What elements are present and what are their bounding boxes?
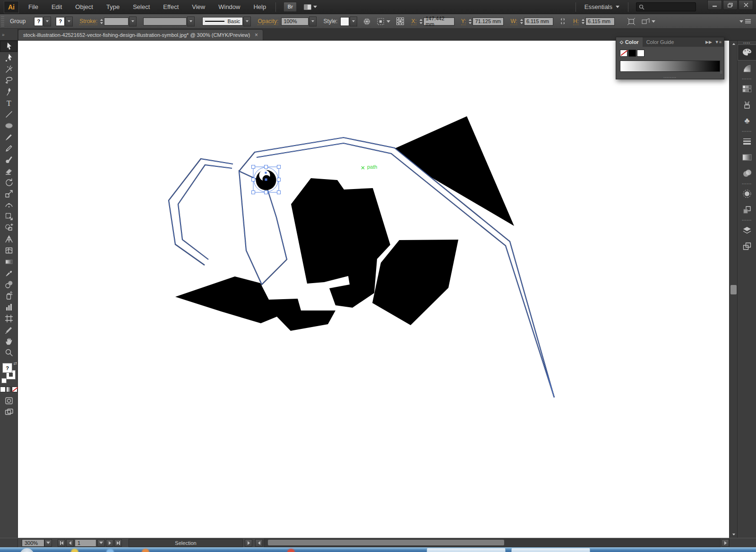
- w-stepper[interactable]: [520, 19, 523, 24]
- previous-page-button[interactable]: [66, 539, 74, 547]
- mesh-tool[interactable]: [0, 245, 17, 256]
- fill-proxy[interactable]: ?: [2, 363, 12, 373]
- status-indicator[interactable]: Selection: [129, 539, 243, 547]
- menu-effect[interactable]: Effect: [156, 0, 185, 14]
- swap-fill-stroke-icon[interactable]: ⇄: [13, 361, 17, 366]
- toolbar-collapse-header[interactable]: »: [0, 29, 18, 40]
- dock-graphic-styles-panel[interactable]: [738, 202, 756, 218]
- perspective-grid-tool[interactable]: [0, 233, 17, 245]
- jaw-band-fill[interactable]: [169, 159, 233, 265]
- gradient-tool[interactable]: [0, 256, 17, 267]
- dorsal-fin-shape[interactable]: [387, 116, 514, 226]
- dock-artboards-panel[interactable]: [738, 238, 756, 254]
- x-field[interactable]: 147.442 mm: [423, 17, 455, 26]
- gradient-fill-button[interactable]: [6, 387, 12, 392]
- graphic-style-dropdown[interactable]: [350, 17, 357, 26]
- artboard-tool[interactable]: [0, 313, 17, 324]
- taskbar-window-button[interactable]: [427, 548, 506, 552]
- white-swatch[interactable]: [637, 50, 644, 57]
- menu-file[interactable]: File: [22, 0, 45, 14]
- pencil-tool[interactable]: [0, 143, 17, 154]
- dock-layers-panel[interactable]: [738, 222, 756, 238]
- blend-tool[interactable]: [0, 279, 17, 290]
- page-number-dropdown[interactable]: [97, 539, 105, 547]
- menu-help[interactable]: Help: [247, 0, 273, 14]
- menu-view[interactable]: View: [185, 0, 212, 14]
- fill-color-dropdown[interactable]: [43, 17, 51, 26]
- search-input[interactable]: [636, 2, 696, 11]
- collapse-panel-icon[interactable]: ▶▶: [705, 40, 712, 44]
- taskbar-app-icon[interactable]: [71, 549, 78, 552]
- dock-color-guide-panel[interactable]: [738, 60, 756, 77]
- start-button[interactable]: [20, 548, 34, 552]
- scroll-left-button[interactable]: [255, 539, 263, 547]
- minimize-button[interactable]: [707, 0, 722, 10]
- select-similar-button[interactable]: [377, 17, 390, 26]
- eraser-tool[interactable]: [0, 165, 17, 177]
- taskbar-window-button[interactable]: [511, 548, 590, 552]
- ellipse-tool[interactable]: [0, 120, 17, 131]
- document-tab[interactable]: stock-illustration-42521652-vector-fishi…: [18, 29, 263, 40]
- h-field[interactable]: 6.115 mm: [585, 17, 615, 26]
- first-page-button[interactable]: [58, 539, 65, 547]
- pectoral-fin-shape[interactable]: [175, 276, 335, 331]
- brush-definition-field[interactable]: Basic: [202, 17, 243, 26]
- panel-drag-dots[interactable]: ••••••••: [616, 76, 724, 79]
- stroke-color-swatch[interactable]: ?: [56, 17, 65, 26]
- drag-handle[interactable]: [1, 16, 4, 26]
- type-tool[interactable]: T: [0, 97, 17, 109]
- lasso-tool[interactable]: [0, 75, 17, 86]
- horizontal-scroll-thumb[interactable]: [268, 540, 504, 545]
- scroll-down-icon[interactable]: [730, 531, 738, 538]
- taskbar-app-icon[interactable]: [287, 549, 295, 552]
- shape-builder-tool[interactable]: [0, 222, 17, 233]
- grayscale-spectrum-slider[interactable]: [620, 60, 720, 72]
- recolor-artwork-button[interactable]: [363, 17, 371, 26]
- taskbar-app-icon[interactable]: [142, 549, 149, 552]
- stroke-weight-field[interactable]: [104, 17, 129, 26]
- constrain-proportions-toggle[interactable]: [559, 17, 567, 25]
- eyedropper-tool[interactable]: [0, 267, 17, 279]
- black-swatch[interactable]: [628, 50, 636, 57]
- dock-transparency-panel[interactable]: [738, 165, 756, 181]
- zoom-level-field[interactable]: 300%: [22, 539, 44, 547]
- width-profile-dropdown[interactable]: [187, 17, 195, 26]
- graphic-style-swatch[interactable]: [340, 17, 349, 26]
- y-field[interactable]: 71.125 mm: [472, 17, 504, 26]
- magic-wand-tool[interactable]: [0, 63, 17, 75]
- panel-cycle-icon[interactable]: ◇: [620, 40, 623, 44]
- blob-brush-tool[interactable]: [0, 154, 17, 165]
- line-segment-tool[interactable]: [0, 109, 17, 120]
- stroke-color-dropdown[interactable]: [65, 17, 73, 26]
- taskbar-app-icon[interactable]: [106, 549, 114, 552]
- tail-fin-shape[interactable]: [372, 240, 458, 325]
- scroll-right-button[interactable]: [722, 539, 729, 547]
- pen-tool[interactable]: [0, 86, 17, 97]
- opacity-dropdown[interactable]: [309, 17, 317, 26]
- scale-tool[interactable]: [0, 188, 17, 199]
- menu-window[interactable]: Window: [212, 0, 247, 14]
- screen-mode-button[interactable]: [0, 406, 17, 418]
- none-fill-button[interactable]: [12, 387, 17, 392]
- control-panel-menu[interactable]: [739, 19, 751, 24]
- direct-selection-tool[interactable]: [0, 52, 17, 63]
- rotate-tool[interactable]: [0, 177, 17, 188]
- y-stepper[interactable]: [469, 19, 472, 24]
- menu-object[interactable]: Object: [69, 0, 100, 14]
- app-logo-icon[interactable]: Ai: [4, 1, 19, 13]
- symbol-sprayer-tool[interactable]: [0, 290, 17, 302]
- artboard-canvas[interactable]: path: [18, 41, 729, 538]
- panel-menu-icon[interactable]: ▼≡: [715, 40, 722, 44]
- opacity-field[interactable]: 100%: [281, 17, 309, 26]
- h-stepper[interactable]: [582, 19, 584, 24]
- restore-button[interactable]: [723, 0, 738, 10]
- dock-swatches-panel[interactable]: [738, 81, 756, 97]
- vertical-scrollbar[interactable]: [729, 41, 737, 538]
- stroke-weight-dropdown[interactable]: [129, 17, 137, 26]
- dock-gradient-panel[interactable]: [738, 149, 756, 165]
- transform-button[interactable]: [627, 17, 636, 26]
- next-page-button[interactable]: [106, 539, 113, 547]
- dock-color-panel[interactable]: [738, 44, 756, 60]
- tab-close-icon[interactable]: ×: [255, 32, 258, 38]
- shear-button[interactable]: [641, 17, 655, 26]
